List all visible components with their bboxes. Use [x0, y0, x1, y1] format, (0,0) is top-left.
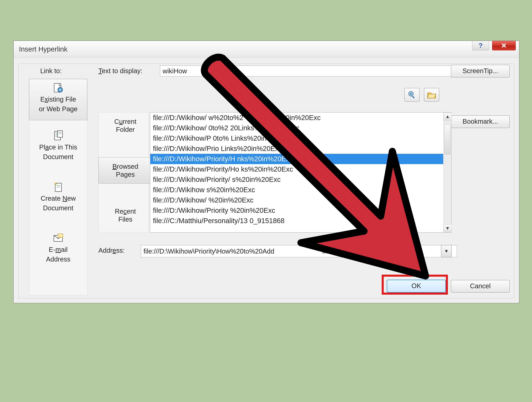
chevron-down-icon[interactable]: ▼ — [441, 245, 452, 257]
lookin-toolbar — [404, 88, 439, 102]
link-to-label-line2: Address — [31, 255, 85, 263]
dialog-body: Link to: Existing File or Web Page Place… — [18, 64, 514, 298]
link-to-label-line2: or Web Page — [31, 105, 85, 113]
tab-current-folder[interactable]: CurrentFolder — [99, 112, 152, 139]
link-to-label-line1: Place in This — [31, 143, 85, 151]
svg-rect-13 — [58, 234, 63, 237]
svg-rect-15 — [412, 96, 415, 99]
link-to-place-in-doc[interactable]: Place in This Document — [29, 127, 87, 171]
address-combobox[interactable]: ▼ — [141, 245, 452, 257]
file-list-item[interactable]: file:///D:/Wikihow/ w%20to%2 %20Links%20… — [150, 113, 443, 123]
file-list-item[interactable]: file:///D:/Wikihow/Priority/H nks%20in%2… — [150, 154, 443, 164]
file-list-item[interactable]: file:///D:/Wikihow s%20in%20Exc — [150, 185, 443, 195]
text-to-display-label: Text to display: — [98, 67, 142, 75]
svg-rect-6 — [57, 131, 63, 137]
address-input[interactable] — [141, 245, 457, 257]
cancel-button[interactable]: Cancel — [451, 280, 510, 293]
close-button[interactable]: ✕ — [492, 41, 516, 50]
svg-rect-8 — [58, 133, 62, 134]
folder-open-icon — [427, 90, 436, 99]
dialog-title: Insert Hyperlink — [19, 45, 68, 53]
file-list-item[interactable]: file:///D:/Wikihow/ %20in%20Exc — [150, 195, 443, 205]
address-label: Address: — [98, 247, 125, 254]
svg-rect-7 — [58, 132, 62, 133]
file-list-item[interactable]: file:///D:/Wikihow/Priority/ s%20in%20Ex… — [150, 174, 443, 185]
browse-web-button[interactable] — [404, 88, 420, 102]
link-to-email[interactable]: E-mail Address — [29, 229, 87, 274]
file-list-item[interactable]: file:///D:/Wikihow/Prio Links%20in%20Exc — [150, 143, 443, 154]
file-list[interactable]: file:///D:/Wikihow/ w%20to%2 %20Links%20… — [150, 112, 451, 233]
file-list-item[interactable]: file:///D:/Wikihow/Priority %20in%20Exc — [150, 205, 443, 216]
file-list-item[interactable]: file:///D:/Wikihow/ 0to%2 20Links%20in%2… — [150, 123, 443, 133]
document-bookmark-icon — [53, 130, 63, 141]
link-to-label-line1: Create New — [31, 194, 85, 203]
text-to-display-input[interactable] — [160, 65, 456, 77]
new-document-icon — [53, 182, 63, 192]
scroll-down-icon[interactable]: ▼ — [443, 224, 451, 232]
file-list-item[interactable]: file:///D:/Wikihow/Priority/Ho ks%20in%2… — [150, 164, 443, 174]
link-to-list: Existing File or Web Page Place in This … — [29, 79, 88, 295]
browse-file-button[interactable] — [424, 88, 439, 102]
screentip-button[interactable]: ScreenTip... — [451, 65, 510, 77]
file-list-item[interactable]: file:///D:/Wikihow/P 0to% Links%20in%20E… — [150, 133, 443, 143]
tab-browsed-pages[interactable]: BrowsedPages — [99, 157, 152, 184]
help-icon: ? — [479, 42, 483, 49]
svg-rect-11 — [57, 187, 60, 187]
bookmark-button[interactable]: Bookmark... — [451, 115, 510, 128]
link-to-label-line2: Document — [31, 204, 85, 212]
link-to-create-new[interactable]: Create New Document — [29, 178, 87, 223]
help-button[interactable]: ? — [472, 41, 489, 50]
page-web-icon — [53, 83, 63, 93]
email-icon — [53, 233, 63, 243]
link-to-label: Link to: — [40, 67, 62, 75]
browse-tabs: CurrentFolder BrowsedPages RecentFiles — [98, 112, 149, 232]
insert-hyperlink-dialog: Insert Hyperlink ? ✕ Link to: Existing F… — [13, 41, 519, 303]
close-icon: ✕ — [501, 42, 507, 49]
magnifier-web-icon — [407, 90, 417, 99]
link-to-existing-file[interactable]: Existing File or Web Page — [29, 79, 87, 120]
tab-recent-files[interactable]: RecentFiles — [99, 202, 152, 229]
link-to-label-line2: Document — [31, 153, 85, 161]
scrollbar[interactable]: ▲ ▼ — [443, 113, 451, 232]
link-to-label-line1: Existing File — [31, 95, 85, 103]
titlebar: Insert Hyperlink ? ✕ — [14, 41, 519, 58]
link-to-label-line1: E-mail — [31, 245, 85, 254]
file-list-item[interactable]: file:///C:/Matthiu/Personality/13 0_9151… — [150, 216, 443, 226]
scroll-up-icon[interactable]: ▲ — [443, 113, 451, 121]
scroll-thumb[interactable] — [444, 124, 450, 154]
ok-button[interactable]: OK — [387, 280, 446, 293]
svg-rect-10 — [57, 185, 60, 186]
